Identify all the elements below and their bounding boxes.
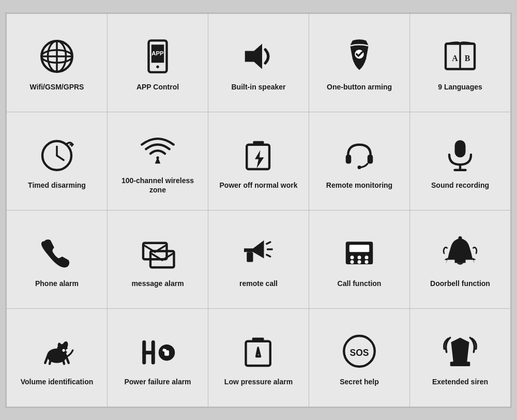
poweroff-icon [240,134,277,175]
sound-label: Sound recording [431,181,489,190]
svg-rect-44 [455,259,466,263]
svg-rect-24 [368,155,373,164]
svg-rect-26 [455,140,466,157]
doorbell-icon [442,232,478,274]
svg-point-41 [351,260,354,264]
remotecall-label: remote call [239,279,278,288]
poweroff-label: Power off normal work [220,181,298,190]
message-label: message alarm [131,279,184,288]
cell-message: message alarm [108,211,208,309]
svg-point-38 [351,256,354,259]
svg-marker-9 [245,43,262,69]
call-label: Call function [338,279,382,288]
remote-icon [341,134,377,175]
svg-point-42 [358,260,361,264]
app-control-label: APP Control [136,82,179,92]
lowpress-icon [240,331,277,372]
cell-wireless: 100-channel wireless zone [108,112,208,211]
wireless-icon [140,129,176,171]
feature-grid-container: Wifi/GSM/GPRS APP APP Control Built-in s… [5,12,512,408]
svg-text:SOS: SOS [350,348,369,358]
svg-point-39 [358,256,361,259]
svg-point-19 [156,156,159,159]
wireless-label: 100-channel wireless zone [113,176,203,194]
svg-text:APP: APP [151,50,164,56]
svg-rect-63 [252,338,264,342]
svg-text:B: B [465,54,470,63]
app-control-icon: APP [140,36,176,77]
cell-remote: Remote monitoring [309,112,410,211]
cell-timed: Timed disarming [7,112,108,211]
cell-siren: Exetended siren [410,309,511,407]
svg-point-40 [365,256,369,259]
svg-text:A: A [452,54,458,63]
cell-sound: Sound recording [410,112,511,211]
powerfail-icon [140,331,176,372]
timed-icon [39,134,75,175]
timed-label: Timed disarming [28,181,86,190]
feature-grid: Wifi/GSM/GPRS APP APP Control Built-in s… [6,13,511,407]
svg-point-50 [63,349,65,352]
svg-point-25 [358,166,361,169]
volume-icon [39,331,75,372]
cell-languages: A B 9 Languages [410,14,511,112]
powerfail-label: Power failure alarm [124,377,191,386]
svg-line-33 [267,242,270,244]
volume-label: Volume identification [21,377,94,386]
languages-icon: A B [442,36,478,77]
svg-point-65 [257,355,259,357]
svg-rect-23 [346,155,352,164]
svg-point-8 [156,65,159,68]
cell-app-control: APP APP Control [108,14,208,112]
cell-powerfail: Power failure alarm [108,309,208,407]
wifi-gsm-label: Wifi/GSM/GPRS [30,82,84,92]
speaker-icon [240,36,277,77]
cell-doorbell: Doorbell function [410,211,511,309]
svg-rect-69 [450,362,470,366]
svg-rect-21 [253,141,264,146]
cell-arming: One-button arming [309,14,410,112]
sos-icon: SOS [341,331,377,372]
arming-label: One-button arming [327,82,392,92]
cell-volume: Volume identification [7,309,108,407]
speaker-label: Built-in speaker [231,82,285,92]
cell-speaker: Built-in speaker [208,14,309,112]
cell-call: Call function [309,211,410,309]
message-icon [140,232,176,274]
cell-poweroff: Power off normal work [208,112,309,211]
svg-rect-32 [247,252,253,262]
cell-remotecall: remote call [208,211,309,309]
sound-icon [442,134,478,175]
svg-line-52 [45,356,48,363]
wifi-gsm-icon [39,36,75,77]
svg-marker-68 [451,338,469,363]
svg-line-35 [267,254,270,257]
sos-label: Secret help [340,377,378,386]
call-icon [341,232,377,274]
remote-label: Remote monitoring [326,181,392,190]
phone-icon [39,232,75,274]
svg-point-45 [459,236,462,240]
svg-marker-22 [255,150,264,168]
cell-sos: SOS Secret help [309,309,410,407]
languages-label: 9 Languages [438,82,482,92]
siren-label: Exetended siren [432,377,488,386]
cell-phone: Phone alarm [7,211,108,309]
svg-line-17 [57,156,64,160]
remotecall-icon [240,232,277,274]
siren-icon [442,331,478,372]
cell-wifi-gsm: Wifi/GSM/GPRS [7,14,108,112]
svg-point-51 [66,349,69,352]
svg-rect-37 [349,245,370,252]
svg-point-43 [365,260,369,264]
arming-icon [341,36,377,77]
cell-lowpress: Low pressure alarm [208,309,309,407]
lowpress-label: Low pressure alarm [224,377,293,386]
phone-label: Phone alarm [35,279,79,288]
doorbell-label: Doorbell function [430,279,490,288]
